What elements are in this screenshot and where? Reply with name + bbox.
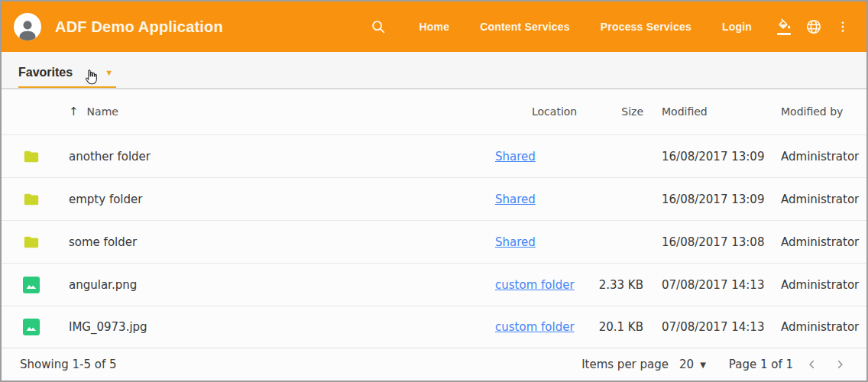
modified-cell: 16/08/2017 13:09: [646, 150, 781, 163]
folder-icon: [23, 234, 40, 251]
column-header-size[interactable]: Size: [590, 105, 646, 118]
modified-by-cell: Administrator: [781, 235, 859, 249]
nav-item-login[interactable]: Login: [722, 15, 752, 39]
table-header-row: ↑ Name Location Size Modified Modified b…: [2, 89, 866, 134]
kebab-menu-icon[interactable]: [833, 16, 853, 37]
theme-color-bar: [777, 33, 791, 35]
globe-icon[interactable]: [802, 15, 825, 38]
adf-demo-app-window: ADF Demo Application Home Content Servic…: [0, 0, 868, 382]
location-link[interactable]: Shared: [495, 193, 536, 206]
name-cell[interactable]: another folder: [63, 150, 495, 163]
file-type-icon-cell: [20, 234, 63, 251]
page-indicator: Page 1 of 1: [729, 358, 793, 371]
modified-by-cell: Administrator: [781, 320, 859, 334]
items-per-page-value: 20: [679, 358, 694, 371]
name-cell[interactable]: angular.png: [63, 278, 495, 292]
location-link[interactable]: Shared: [495, 235, 536, 249]
modified-by-cell: Administrator: [781, 278, 859, 292]
app-title: ADF Demo Application: [55, 18, 223, 36]
app-header: ADF Demo Application Home Content Servic…: [2, 2, 866, 52]
modified-cell: 16/08/2017 13:09: [646, 193, 781, 206]
location-link[interactable]: custom folder: [495, 278, 575, 292]
column-header-modified-by[interactable]: Modified by: [781, 105, 848, 118]
location-cell: Shared: [495, 235, 590, 249]
search-icon[interactable]: [367, 15, 390, 38]
nav-item-content-services[interactable]: Content Services: [480, 15, 570, 39]
image-file-icon: [23, 319, 40, 335]
folder-icon: [23, 148, 40, 165]
avatar[interactable]: [14, 13, 41, 40]
pagination-footer: Showing 1-5 of 5 Items per page 20 ▼ Pag…: [2, 348, 866, 380]
file-type-icon-cell: [20, 191, 63, 208]
table-row[interactable]: IMG_0973.jpg custom folder 20.1 KB 07/08…: [2, 306, 866, 348]
pager-controls: Items per page 20 ▼ Page 1 of 1: [581, 356, 848, 373]
file-type-icon-cell: [20, 277, 63, 293]
items-per-page-label: Items per page: [581, 358, 669, 371]
table-body: another folder Shared 16/08/2017 13:09 A…: [2, 134, 866, 348]
modified-by-cell: Administrator: [781, 193, 859, 206]
documents-table: ↑ Name Location Size Modified Modified b…: [2, 89, 866, 348]
triangle-down-icon: ▼: [700, 361, 706, 369]
location-cell: custom folder: [495, 278, 590, 292]
name-cell[interactable]: IMG_0973.jpg: [63, 320, 495, 334]
image-file-icon: [23, 277, 40, 293]
header-icon-group: [773, 15, 853, 38]
table-row[interactable]: angular.png custom folder 2.33 KB 07/08/…: [2, 263, 866, 306]
modified-cell: 07/08/2017 14:13: [646, 278, 781, 292]
location-cell: Shared: [495, 150, 590, 163]
previous-page-button[interactable]: [804, 356, 821, 373]
folder-icon: [23, 191, 40, 208]
column-header-modified[interactable]: Modified: [646, 105, 781, 118]
modified-by-cell: Administrator: [781, 150, 859, 163]
nav-item-home[interactable]: Home: [419, 15, 449, 39]
table-row[interactable]: empty folder Shared 16/08/2017 13:09 Adm…: [2, 177, 866, 220]
location-cell: custom folder: [495, 320, 590, 334]
name-cell[interactable]: empty folder: [63, 193, 495, 206]
paint-bucket-icon[interactable]: [773, 15, 795, 38]
favorites-dropdown[interactable]: Favorites ▼: [18, 58, 116, 88]
sort-ascending-icon: ↑: [69, 105, 79, 118]
location-link[interactable]: custom folder: [495, 320, 575, 334]
file-type-icon-cell: [20, 319, 63, 335]
location-link[interactable]: Shared: [495, 150, 536, 163]
person-icon: [15, 16, 40, 40]
table-row[interactable]: another folder Shared 16/08/2017 13:09 A…: [2, 134, 866, 177]
showing-count: Showing 1-5 of 5: [20, 358, 116, 371]
nav-item-process-services[interactable]: Process Services: [601, 15, 691, 39]
next-page-button[interactable]: [831, 356, 848, 373]
chevron-down-icon: ▼: [105, 69, 113, 77]
size-cell: 20.1 KB: [590, 320, 646, 334]
favorites-label: Favorites: [18, 66, 73, 79]
header-nav: Home Content Services Process Services L…: [403, 15, 773, 39]
location-cell: Shared: [495, 193, 590, 206]
file-type-icon-cell: [20, 148, 63, 165]
size-cell: 2.33 KB: [590, 278, 646, 292]
items-per-page-select[interactable]: 20 ▼: [679, 358, 706, 371]
table-row[interactable]: some folder Shared 16/08/2017 13:08 Admi…: [2, 220, 866, 263]
name-cell[interactable]: some folder: [63, 235, 495, 249]
column-header-name[interactable]: ↑ Name: [63, 105, 495, 118]
modified-cell: 07/08/2017 14:13: [646, 320, 781, 334]
view-selector-bar: Favorites ▼: [2, 52, 866, 89]
modified-cell: 16/08/2017 13:08: [646, 235, 781, 249]
column-header-location[interactable]: Location: [495, 105, 590, 118]
